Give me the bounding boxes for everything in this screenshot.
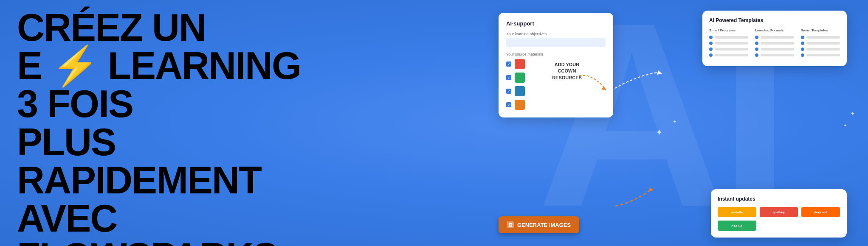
materials-label: Your source materials [506,52,606,56]
template-item [755,42,794,45]
source-row-4 [506,100,525,110]
source-row-1 [506,59,525,69]
logo-degreed: degreed [801,207,840,217]
template-item [801,42,840,45]
template-item [709,53,748,57]
template-item [801,53,840,57]
templates-title: AI Powered Templates [709,17,840,23]
headline-avec: AVEC [17,197,117,240]
svg-marker-0 [601,87,606,90]
checkbox-1[interactable] [506,62,511,67]
headline-line4: AVEC FLOWSPARKS [17,199,314,246]
smart-templates-title: Smart Templates [801,28,840,32]
svg-marker-2 [648,187,654,192]
instant-updates-title: Instant updates [718,196,840,202]
generate-icon: 🖼 [507,221,514,228]
templates-columns: Smart Programs Learning Formats Smart Te… [709,28,840,59]
learning-formats-title: Learning Formats [755,28,794,32]
icon-pdf [515,59,525,69]
instant-updates-card: Instant updates moodle spaikup degreed r… [711,189,847,238]
template-item [801,48,840,51]
template-col-smart-templates: Smart Templates [801,28,840,59]
template-item [801,36,840,39]
banner: AI CRÉEZ UN E ⚡ LEARNING 3 FOIS PLUS RAP… [0,0,868,246]
template-item [709,42,748,45]
cards-area: AI-support Your learning objectives Your… [477,0,860,246]
checkbox-4[interactable] [506,102,511,107]
headline-sparks: SPARKS [126,235,277,246]
generate-label: GENERATE IMAGES [517,222,571,228]
source-row-3 [506,86,525,96]
objectives-input[interactable] [506,38,606,47]
headline-e: E [17,45,51,87]
icon-slides [515,86,525,96]
smart-programs-title: Smart Programs [709,28,748,32]
logo-riseup: rise up [718,221,756,231]
headline-line2: E ⚡ LEARNING 3 FOIS [17,47,314,123]
sparkle-2: ✦ [673,119,677,125]
icon-doc [515,100,525,110]
template-item [755,53,794,57]
headline-line3: PLUS RAPIDEMENT [17,123,314,199]
logo-spaikup: spaikup [760,207,798,217]
icon-sheets [515,73,525,83]
checkbox-2[interactable] [506,75,511,80]
objectives-label: Your learning objectives [506,32,606,36]
orange-arrow-decoration [613,185,656,212]
logos-grid: moodle spaikup degreed rise up [718,207,840,231]
svg-marker-1 [657,70,662,75]
checkbox-3[interactable] [506,89,511,94]
template-col-smart-programs: Smart Programs [709,28,748,59]
source-row-2 [506,73,525,83]
template-col-learning-formats: Learning Formats [755,28,794,59]
ai-support-title: AI-support [506,20,606,27]
sparkle-3: ✦ [850,110,855,117]
logo-moodle: moodle [718,207,756,217]
headline: CRÉEZ UN E ⚡ LEARNING 3 FOIS PLUS RAPIDE… [17,8,314,246]
lightning-icon-1: ⚡ [51,47,98,85]
sparkle-1: ✦ [656,127,663,137]
template-item [709,36,748,39]
headline-line1: CRÉEZ UN [17,8,314,47]
templates-card: AI Powered Templates Smart Programs Lear… [702,11,847,66]
dashed-arrow-decoration [575,71,609,94]
headline-section: CRÉEZ UN E ⚡ LEARNING 3 FOIS PLUS RAPIDE… [17,8,314,246]
ai-support-card: AI-support Your learning objectives Your… [499,13,613,117]
sparkle-4: ✦ [843,123,847,128]
template-item [709,48,748,51]
generate-images-button[interactable]: 🖼 GENERATE IMAGES [499,216,579,233]
template-item [755,36,794,39]
headline-flow: FLOW [17,235,126,246]
template-item [755,48,794,51]
